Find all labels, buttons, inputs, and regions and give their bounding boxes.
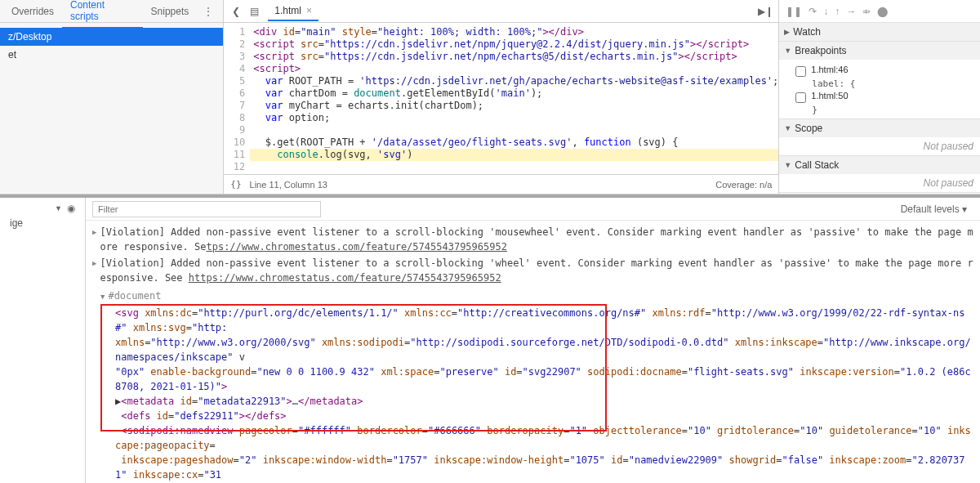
breakpoints-section: ▼Breakpoints 1.html:46 label: { 1.html:5…	[779, 42, 980, 119]
step-into-icon[interactable]: ↓	[823, 6, 828, 17]
coverage-status: Coverage: n/a	[715, 180, 772, 190]
step-icon[interactable]: →	[846, 6, 856, 17]
console-panel: ▼ ◉ ige Default levels ▾ ▶[Violation] Ad…	[0, 195, 980, 483]
editor-tab-label: 1.html	[274, 5, 301, 16]
breakpoint-snippet: }	[812, 105, 975, 115]
link[interactable]: tps://www.chromestatus.com/feature/57455…	[206, 241, 506, 253]
pause-icon[interactable]: ❚❚	[786, 6, 802, 17]
console-main: Default levels ▾ ▶[Violation] Added non-…	[86, 198, 980, 483]
line-gutter: 12345678910111213	[224, 23, 250, 174]
watch-label: Watch	[793, 26, 821, 38]
file-tree: z/Desktop et	[0, 23, 223, 69]
navigator-panel: Overrides Content scripts Snippets ⋮ z/D…	[0, 0, 224, 194]
tree-item[interactable]: z/Desktop	[0, 28, 223, 46]
breakpoint-file: 1.html:46	[811, 65, 848, 74]
pause-on-exception-icon[interactable]: ⬤	[877, 6, 888, 17]
scope-not-paused: Not paused	[779, 137, 980, 155]
nav-back-icon[interactable]: ❮	[229, 4, 243, 19]
chevron-down-icon[interactable]: ▼	[55, 204, 62, 212]
play-icon[interactable]: ▶❙	[758, 6, 773, 17]
callstack-not-paused: Not paused	[779, 174, 980, 192]
editor-pane: ❮ ▤ 1.html × ▶❙ 12345678910111213 <div i…	[224, 0, 779, 194]
cursor-position: Line 11, Column 13	[250, 180, 327, 190]
console-messages[interactable]: ▶[Violation] Added non-passive event lis…	[86, 221, 980, 483]
breakpoint-file: 1.html:50	[811, 91, 848, 101]
tab-snippets[interactable]: Snippets	[143, 1, 198, 22]
console-message[interactable]: ▶[Violation] Added non-passive event lis…	[92, 224, 973, 255]
deactivate-breakpoints-icon[interactable]: ⤃	[862, 6, 871, 17]
editor-tabbar: ❮ ▤ 1.html × ▶❙	[224, 0, 778, 23]
breakpoint-item[interactable]: 1.html:50	[795, 89, 975, 105]
breakpoint-checkbox[interactable]	[795, 66, 806, 77]
code-body[interactable]: <div id="main" style="height: 100%; widt…	[250, 23, 778, 174]
console-toolbar: Default levels ▾	[86, 198, 980, 221]
breakpoints-label: Breakpoints	[795, 45, 846, 56]
scope-section[interactable]: ▼Scope Not paused	[779, 119, 980, 156]
eye-icon[interactable]: ◉	[67, 203, 75, 214]
callstack-section[interactable]: ▼Call Stack Not paused	[779, 156, 980, 193]
sidebar-item[interactable]: ige	[3, 214, 82, 232]
step-over-icon[interactable]: ↷	[808, 6, 817, 17]
tree-item[interactable]: et	[0, 46, 223, 64]
document-node[interactable]: ▼#document	[100, 286, 973, 306]
more-menu-icon[interactable]: ⋮	[197, 2, 220, 20]
breakpoint-checkbox[interactable]	[795, 92, 806, 103]
watch-section[interactable]: ▶Watch	[779, 23, 980, 42]
link[interactable]: https://www.chromestatus.com/feature/574…	[189, 272, 501, 284]
tab-overrides[interactable]: Overrides	[3, 1, 62, 22]
scope-label: Scope	[795, 123, 822, 134]
code-editor[interactable]: 12345678910111213 <div id="main" style="…	[224, 23, 778, 174]
editor-statusbar: {} Line 11, Column 13 Coverage: n/a	[224, 174, 778, 194]
editor-tab[interactable]: 1.html ×	[268, 2, 318, 21]
nav-list-icon[interactable]: ▤	[247, 4, 261, 19]
console-message[interactable]: ▶[Violation] Added non-passive event lis…	[92, 255, 973, 286]
breakpoint-item[interactable]: 1.html:46	[795, 63, 975, 78]
pretty-print-icon[interactable]: {}	[230, 179, 241, 190]
step-out-icon[interactable]: ↑	[835, 6, 840, 17]
nav-tabs: Overrides Content scripts Snippets ⋮	[0, 0, 223, 23]
debugger-pane: ❚❚ ↷ ↓ ↑ → ⤃ ⬤ ▶Watch ▼Breakpoints 1.htm…	[779, 0, 980, 194]
log-level-select[interactable]: Default levels ▾	[894, 201, 973, 217]
filter-input[interactable]	[92, 201, 321, 217]
console-sidebar: ▼ ◉ ige	[0, 198, 86, 483]
close-icon[interactable]: ×	[306, 5, 312, 16]
breakpoints-header[interactable]: ▼Breakpoints	[779, 42, 980, 60]
svg-source[interactable]: <svg xmlns:dc="http://purl.org/dc/elemen…	[100, 306, 973, 483]
callstack-label: Call Stack	[795, 159, 839, 171]
breakpoint-snippet: label: {	[812, 78, 975, 89]
debug-toolbar: ❚❚ ↷ ↓ ↑ → ⤃ ⬤	[779, 0, 980, 23]
